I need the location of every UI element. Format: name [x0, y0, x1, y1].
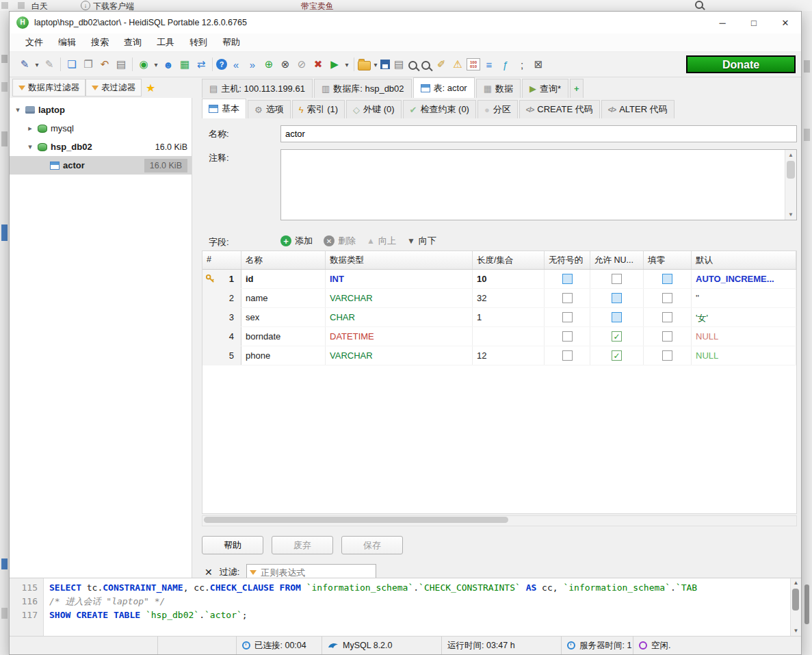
- insert-record-icon[interactable]: ⊕: [261, 57, 276, 72]
- find-again-icon[interactable]: [421, 61, 430, 70]
- paste-icon[interactable]: ❐: [81, 57, 96, 72]
- zerofill-cell[interactable]: [644, 289, 692, 307]
- table-row[interactable]: 4borndateDATETIME✓NULL: [202, 327, 796, 346]
- unsigned-checkbox[interactable]: [562, 274, 573, 284]
- scroll-up-icon[interactable]: ▲: [785, 150, 796, 160]
- field-default-cell[interactable]: '女': [692, 308, 796, 326]
- menu-item[interactable]: 工具: [149, 34, 182, 51]
- sql-log-scrollbar[interactable]: ▲ ▼: [790, 578, 801, 636]
- table-row[interactable]: 3sexCHAR1'女': [202, 308, 796, 327]
- post-record-icon[interactable]: ⊘: [294, 57, 309, 72]
- fields-plus-button[interactable]: +添加: [280, 235, 313, 247]
- print-icon[interactable]: ▤: [114, 57, 129, 72]
- scroll-down-icon[interactable]: ▼: [791, 626, 801, 636]
- bulk-edit-icon[interactable]: ⇄: [194, 57, 209, 72]
- field-type-cell[interactable]: VARCHAR: [326, 289, 473, 307]
- zerofill-cell[interactable]: [644, 327, 692, 346]
- allow_null-checkbox[interactable]: ✓: [612, 350, 622, 361]
- delete-record-icon[interactable]: ⊗: [278, 57, 293, 72]
- maximize-button[interactable]: □: [738, 12, 770, 34]
- field-type-cell[interactable]: DATETIME: [326, 327, 473, 346]
- execute-sql-icon[interactable]: ▶: [327, 57, 342, 72]
- favorites-star-icon[interactable]: ★: [146, 81, 155, 94]
- zerofill-checkbox[interactable]: [662, 293, 672, 303]
- close-button[interactable]: ✕: [770, 12, 801, 34]
- fields-cross-button[interactable]: ✕删除: [324, 235, 356, 247]
- caret-down-icon[interactable]: ▾: [372, 57, 379, 72]
- save-file-icon[interactable]: [380, 60, 390, 69]
- field-name-cell[interactable]: name: [241, 289, 326, 307]
- zerofill-checkbox[interactable]: [662, 312, 672, 322]
- binary-view-icon[interactable]: 100010: [467, 58, 480, 70]
- field-name-cell[interactable]: id: [241, 270, 326, 288]
- unsigned-checkbox[interactable]: [562, 331, 573, 342]
- unsigned-checkbox[interactable]: [562, 293, 573, 303]
- menu-item[interactable]: 查询: [116, 34, 149, 51]
- field-name-cell[interactable]: phone: [241, 346, 326, 365]
- menu-item[interactable]: 转到: [182, 34, 215, 51]
- help-icon[interactable]: ?: [216, 59, 227, 70]
- session-pen-icon[interactable]: ✎: [17, 57, 32, 72]
- help-button[interactable]: 帮助: [202, 536, 263, 554]
- table-filter-tab[interactable]: 表过滤器: [86, 79, 142, 97]
- find-icon[interactable]: [408, 61, 417, 70]
- donate-button[interactable]: Donate: [686, 55, 796, 73]
- field-name-cell[interactable]: borndate: [241, 327, 326, 346]
- subtab-partitions[interactable]: ●分区: [477, 100, 518, 118]
- field-length-cell[interactable]: 12: [473, 346, 545, 365]
- tree-item-actor[interactable]: actor16.0 KiB: [10, 156, 192, 175]
- field-type-cell[interactable]: INT: [326, 270, 473, 288]
- export-database-icon[interactable]: ▦: [177, 57, 192, 72]
- tab-host[interactable]: ▤主机: 100.113.199.61: [202, 79, 313, 98]
- chevron-right-icon[interactable]: ▸: [26, 124, 34, 133]
- discard-button[interactable]: 废弃: [272, 536, 333, 554]
- allow_null-checkbox[interactable]: [612, 274, 622, 284]
- zerofill-checkbox[interactable]: [662, 350, 672, 361]
- field-default-cell[interactable]: NULL: [692, 327, 796, 346]
- caret-down-icon[interactable]: ▾: [34, 57, 40, 72]
- cancel-edit-icon[interactable]: ✖: [311, 57, 326, 72]
- save-button[interactable]: 保存: [341, 536, 403, 554]
- zerofill-cell[interactable]: [644, 308, 692, 326]
- allow_null-cell[interactable]: ✓: [590, 346, 644, 365]
- field-length-cell[interactable]: 10: [473, 270, 545, 288]
- menu-item[interactable]: 文件: [18, 34, 51, 51]
- last-record-icon[interactable]: »: [245, 57, 260, 72]
- sql-log-text[interactable]: SELECT tc.CONSTRAINT_NAME, cc.CHECK_CLAU…: [44, 578, 790, 636]
- field-default-cell[interactable]: AUTO_INCREME...: [692, 270, 796, 288]
- unsigned-checkbox[interactable]: [562, 350, 573, 361]
- caret-down-icon[interactable]: ▾: [343, 57, 350, 72]
- tab-table[interactable]: 表: actor: [413, 77, 475, 98]
- query-pen-icon[interactable]: ✎: [42, 57, 57, 72]
- subtab-alter-code[interactable]: </>ALTER 代码: [601, 100, 675, 118]
- warning-messages-icon[interactable]: ⚠: [450, 57, 465, 72]
- undo-icon[interactable]: ↶: [97, 57, 112, 72]
- allow_null-checkbox[interactable]: [612, 312, 622, 322]
- user-manager-icon[interactable]: ☻: [161, 57, 176, 72]
- caret-down-icon[interactable]: ▾: [153, 57, 159, 72]
- scroll-thumb[interactable]: [787, 161, 795, 179]
- chevron-down-icon[interactable]: ▾: [14, 105, 22, 114]
- first-record-icon[interactable]: «: [228, 57, 244, 72]
- database-filter-tab[interactable]: 数据库过滤器: [12, 79, 86, 97]
- open-file-icon[interactable]: [358, 61, 371, 70]
- tree-item-laptop[interactable]: ▾laptop: [10, 101, 192, 119]
- comment-textarea[interactable]: [281, 150, 784, 220]
- tab-data[interactable]: ▦数据: [476, 79, 521, 98]
- tab-new-query[interactable]: +: [570, 79, 584, 98]
- field-length-cell[interactable]: 32: [473, 289, 545, 307]
- semicolon-icon[interactable]: ;: [514, 57, 529, 72]
- subtab-create-code[interactable]: </>CREATE 代码: [519, 100, 600, 118]
- unsigned-cell[interactable]: [545, 289, 590, 307]
- chevron-down-icon[interactable]: ▾: [26, 142, 34, 151]
- field-default-cell[interactable]: NULL: [692, 346, 796, 365]
- field-type-cell[interactable]: CHAR: [326, 308, 473, 326]
- allow_null-cell[interactable]: [590, 289, 644, 307]
- tree-item-mysql[interactable]: ▸mysql: [10, 119, 192, 138]
- reformat-sql-icon[interactable]: ✐: [434, 57, 449, 72]
- field-type-cell[interactable]: VARCHAR: [326, 346, 473, 365]
- zerofill-cell[interactable]: [644, 270, 692, 288]
- table-row[interactable]: 5phoneVARCHAR12✓NULL: [202, 346, 796, 365]
- allow_null-cell[interactable]: ✓: [590, 327, 644, 346]
- comment-scrollbar[interactable]: ▲ ▼: [785, 150, 796, 220]
